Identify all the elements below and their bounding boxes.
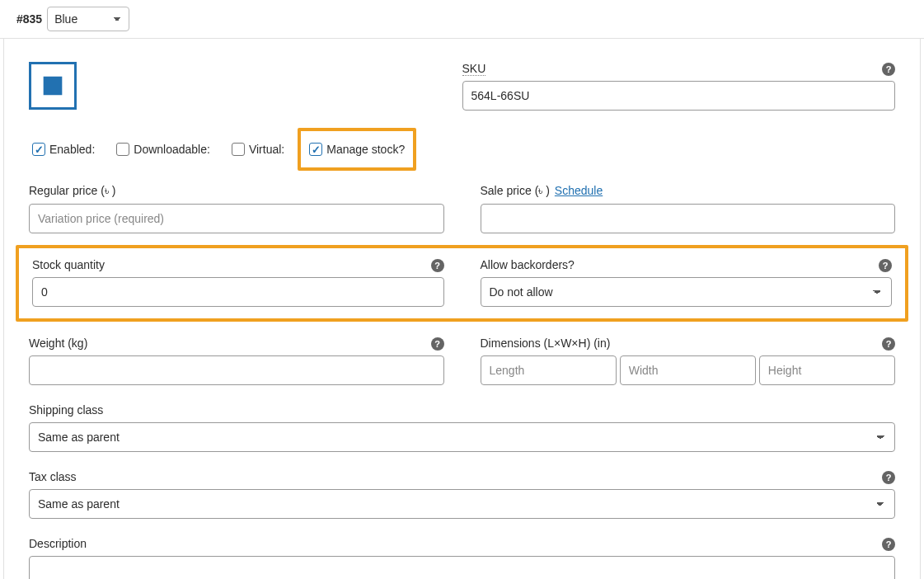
stock-section-highlight: Stock quantity ? Allow backorders? ? Do … [16,245,908,322]
help-icon[interactable]: ? [882,538,895,551]
sku-label: SKU [462,62,486,76]
regular-price-label: Regular price (৳ ) [29,184,115,199]
enabled-checkbox[interactable] [32,143,45,156]
virtual-checkbox[interactable] [232,143,245,156]
manage-stock-label: Manage stock? [326,143,405,156]
sale-price-label: Sale price (৳ ) [481,184,550,199]
checkbox-row: Enabled: Downloadable: Virtual: Manage s… [29,134,462,166]
downloadable-checkbox[interactable] [116,143,129,156]
variation-header: #835 Blue [0,7,924,39]
help-icon[interactable]: ? [882,63,895,76]
dimensions-inputs [481,355,896,385]
height-input[interactable] [759,355,895,385]
length-input[interactable] [481,355,617,385]
image-icon [39,72,67,100]
weight-label: Weight (kg) [29,337,87,351]
help-icon[interactable]: ? [882,471,895,484]
sku-input[interactable] [462,81,896,111]
width-input[interactable] [620,355,756,385]
manage-stock-checkbox-wrap[interactable]: Manage stock? [309,143,405,156]
virtual-checkbox-wrap[interactable]: Virtual: [232,143,284,156]
enabled-checkbox-wrap[interactable]: Enabled: [32,143,95,156]
variation-panel: Enabled: Downloadable: Virtual: Manage s… [3,39,921,579]
regular-price-input[interactable] [29,204,444,233]
sale-price-input[interactable] [481,204,896,233]
help-icon[interactable]: ? [431,337,444,351]
help-icon[interactable]: ? [879,259,892,272]
help-icon[interactable]: ? [431,259,444,272]
allow-backorders-select[interactable]: Do not allow [481,277,893,307]
virtual-label: Virtual: [249,143,284,156]
manage-stock-checkbox[interactable] [309,143,322,156]
stock-quantity-input[interactable] [32,277,444,307]
shipping-class-label: Shipping class [29,403,103,417]
allow-backorders-label: Allow backorders? [481,258,575,272]
description-label: Description [29,537,87,551]
variation-image-placeholder[interactable] [29,62,77,110]
help-icon[interactable]: ? [882,337,895,351]
tax-class-select[interactable]: Same as parent [29,489,895,519]
tax-class-label: Tax class [29,470,77,484]
downloadable-label: Downloadable: [134,143,210,156]
variation-id: #835 [16,12,42,26]
schedule-link[interactable]: Schedule [555,184,603,197]
downloadable-checkbox-wrap[interactable]: Downloadable: [116,143,210,156]
shipping-class-select[interactable]: Same as parent [29,422,895,452]
attribute-select[interactable]: Blue [47,7,129,31]
weight-input[interactable] [29,355,444,385]
enabled-label: Enabled: [49,143,95,156]
manage-stock-highlight: Manage stock? [298,128,416,171]
stock-quantity-label: Stock quantity [32,258,105,272]
description-textarea[interactable] [29,556,895,579]
sale-price-label-wrap: Sale price (৳ ) Schedule [481,184,603,199]
dimensions-label: Dimensions (L×W×H) (in) [481,337,611,351]
